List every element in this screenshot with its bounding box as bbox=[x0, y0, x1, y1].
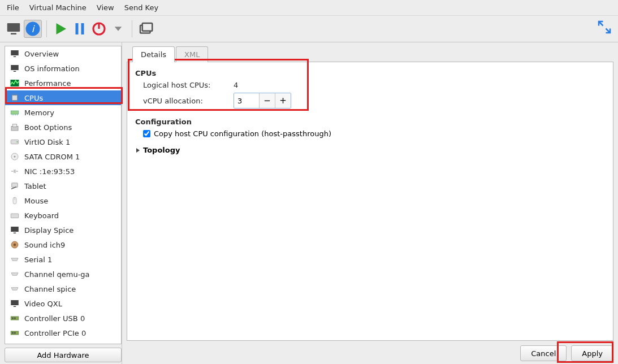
cpu-icon bbox=[10, 93, 20, 103]
menu-file[interactable]: File bbox=[7, 3, 19, 12]
sidebar-item-keyboard[interactable]: Keyboard bbox=[5, 208, 121, 223]
sidebar-item-performance[interactable]: Performance bbox=[5, 76, 121, 90]
topology-expander[interactable]: Topology bbox=[135, 146, 605, 154]
footer-buttons: Cancel Apply bbox=[127, 341, 613, 361]
cdrom-icon bbox=[10, 151, 20, 162]
sidebar-item-boot-options[interactable]: Boot Options bbox=[5, 120, 121, 135]
monitor-icon bbox=[10, 49, 20, 59]
svg-rect-48 bbox=[11, 300, 19, 305]
logical-host-cpus-label: Logical host CPUs: bbox=[143, 81, 228, 89]
performance-icon bbox=[10, 78, 20, 88]
svg-rect-17 bbox=[12, 96, 18, 101]
tab-details[interactable]: Details bbox=[132, 46, 175, 62]
sidebar-item-label: Keyboard bbox=[24, 211, 59, 220]
channel-icon bbox=[10, 284, 20, 294]
copy-host-cpu-checkbox[interactable] bbox=[143, 130, 150, 137]
vcpu-decrement-button[interactable]: − bbox=[259, 93, 275, 108]
sidebar-item-overview[interactable]: Overview bbox=[5, 46, 121, 61]
vcpu-increment-button[interactable]: + bbox=[275, 93, 291, 108]
sidebar-item-serial-1[interactable]: Serial 1 bbox=[5, 252, 121, 267]
menubar: File Virtual Machine View Send Key bbox=[0, 0, 618, 15]
vcpu-allocation-input[interactable] bbox=[234, 93, 259, 108]
svg-marker-56 bbox=[136, 148, 140, 153]
sidebar-item-label: Channel qemu-ga bbox=[24, 270, 90, 279]
menu-send-key[interactable]: Send Key bbox=[124, 3, 158, 12]
mouse-icon bbox=[10, 196, 20, 206]
tab-xml[interactable]: XML bbox=[176, 46, 208, 62]
sidebar-item-virtio-disk-1[interactable]: VirtIO Disk 1 bbox=[5, 135, 121, 149]
sidebar-item-controller-pcie-0[interactable]: Controller PCIe 0 bbox=[5, 326, 121, 340]
sidebar-item-label: Mouse bbox=[24, 197, 48, 205]
menu-view[interactable]: View bbox=[97, 3, 114, 12]
boot-icon bbox=[10, 122, 20, 132]
sidebar-item-label: Controller USB 0 bbox=[24, 314, 85, 323]
sidebar-item-label: Serial 1 bbox=[24, 255, 52, 264]
menu-virtual-machine[interactable]: Virtual Machine bbox=[29, 3, 87, 12]
controller-icon bbox=[10, 313, 20, 323]
tabs: Details XML bbox=[132, 46, 613, 62]
serial-icon bbox=[10, 254, 20, 265]
toolbar: i bbox=[0, 15, 618, 42]
detail-pane: Details XML CPUs Logical host CPUs: 4 vC… bbox=[122, 42, 618, 364]
sidebar-item-mouse[interactable]: Mouse bbox=[5, 193, 121, 208]
sidebar-item-label: NIC :1e:93:53 bbox=[24, 167, 75, 176]
snapshots-button[interactable] bbox=[137, 20, 155, 38]
sidebar-item-sata-cdrom-1[interactable]: SATA CDROM 1 bbox=[5, 149, 121, 164]
svg-rect-14 bbox=[11, 65, 19, 70]
svg-rect-15 bbox=[14, 71, 16, 72]
fullscreen-button[interactable] bbox=[595, 18, 613, 36]
channel-icon bbox=[10, 269, 20, 279]
sidebar-item-label: Display Spice bbox=[24, 226, 74, 235]
video-icon bbox=[10, 298, 20, 309]
configuration-section-title: Configuration bbox=[135, 118, 605, 126]
shutdown-button[interactable] bbox=[90, 20, 108, 38]
sidebar-item-os-information[interactable]: OS information bbox=[5, 61, 121, 76]
svg-rect-35 bbox=[12, 183, 18, 188]
sidebar-item-video-qxl[interactable]: Video QXL bbox=[5, 296, 121, 311]
svg-rect-12 bbox=[11, 50, 19, 55]
sidebar-item-cpus[interactable]: CPUs bbox=[5, 90, 121, 105]
sidebar-item-tablet[interactable]: Tablet bbox=[5, 179, 121, 193]
cancel-button[interactable]: Cancel bbox=[520, 345, 567, 361]
svg-rect-49 bbox=[14, 306, 16, 307]
sidebar-item-label: Sound ich9 bbox=[24, 241, 65, 249]
hardware-list[interactable]: Overview OS information Performance CPUs… bbox=[5, 46, 122, 344]
run-button[interactable] bbox=[51, 20, 70, 38]
sidebar-item-label: Channel spice bbox=[24, 285, 76, 293]
svg-rect-24 bbox=[11, 111, 19, 114]
svg-rect-39 bbox=[11, 214, 19, 218]
svg-rect-44 bbox=[11, 227, 19, 232]
sidebar-item-label: Memory bbox=[24, 109, 54, 117]
svg-rect-1 bbox=[11, 33, 16, 35]
topology-label: Topology bbox=[143, 146, 180, 154]
apply-button[interactable]: Apply bbox=[571, 345, 613, 361]
pause-button[interactable] bbox=[71, 20, 89, 38]
monitor-icon bbox=[10, 63, 20, 73]
sidebar-item-label: Tablet bbox=[24, 182, 46, 190]
info-button[interactable]: i bbox=[24, 20, 42, 38]
svg-rect-6 bbox=[81, 23, 84, 34]
svg-point-34 bbox=[14, 156, 16, 158]
display-icon bbox=[10, 225, 20, 235]
add-hardware-button[interactable]: Add Hardware bbox=[5, 348, 122, 362]
sidebar-item-memory[interactable]: Memory bbox=[5, 105, 121, 120]
svg-point-32 bbox=[16, 141, 18, 142]
sidebar-item-nic[interactable]: NIC :1e:93:53 bbox=[5, 164, 121, 179]
sidebar-item-controller-usb-0[interactable]: Controller USB 0 bbox=[5, 311, 121, 326]
vcpu-spin: − + bbox=[234, 93, 291, 109]
svg-marker-4 bbox=[57, 23, 67, 34]
sidebar-item-label: Controller PCIe 0 bbox=[24, 329, 86, 337]
sidebar-item-label: VirtIO Disk 1 bbox=[24, 138, 70, 146]
sidebar-item-channel-qemu-ga[interactable]: Channel qemu-ga bbox=[5, 267, 121, 281]
sidebar-item-display-spice[interactable]: Display Spice bbox=[5, 223, 121, 237]
sound-icon bbox=[10, 240, 20, 250]
copy-host-cpu-label: Copy host CPU configuration (host-passth… bbox=[154, 129, 331, 138]
svg-rect-13 bbox=[14, 57, 16, 58]
sidebar-item-sound-ich9[interactable]: Sound ich9 bbox=[5, 237, 121, 252]
sidebar-item-channel-spice[interactable]: Channel spice bbox=[5, 281, 121, 296]
sidebar-item-label: Video QXL bbox=[24, 300, 62, 308]
shutdown-menu-arrow[interactable] bbox=[109, 20, 127, 38]
svg-rect-45 bbox=[14, 233, 16, 234]
vcpu-allocation-label: vCPU allocation: bbox=[143, 97, 228, 105]
console-button[interactable] bbox=[5, 20, 23, 38]
